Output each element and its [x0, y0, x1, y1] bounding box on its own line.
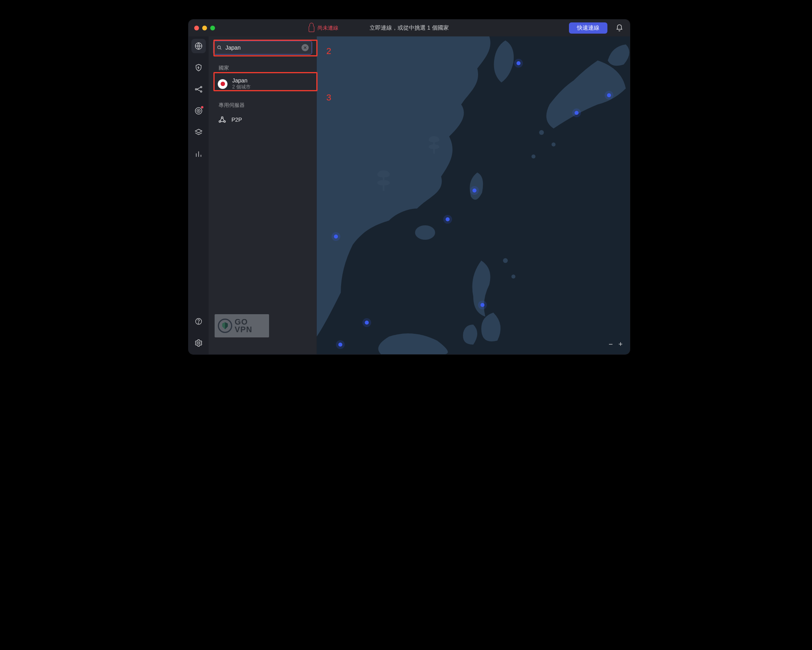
- tab-security[interactable]: [191, 60, 206, 75]
- titlebar: 尚未連線 立即連線，或從中挑選 1 個國家 快速連線: [189, 20, 630, 36]
- special-server-p2p[interactable]: P2P: [209, 112, 316, 127]
- svg-point-17: [531, 154, 535, 158]
- help-button[interactable]: [191, 314, 206, 329]
- tab-presets[interactable]: [191, 125, 206, 140]
- globe-icon: [194, 42, 203, 50]
- world-map[interactable]: − +: [317, 36, 630, 354]
- fullscreen-window-button[interactable]: [210, 26, 215, 30]
- svg-point-14: [415, 225, 435, 240]
- country-sub: 2 個城市: [232, 84, 251, 90]
- close-window-button[interactable]: [194, 26, 199, 30]
- svg-point-15: [539, 130, 544, 135]
- brand-logo: GO VPN: [215, 314, 269, 337]
- map-node-singapore-area[interactable]: [338, 343, 342, 347]
- notifications-button[interactable]: [615, 24, 623, 32]
- map-node-taiwan[interactable]: [472, 189, 476, 193]
- map-zoom-controls: − +: [609, 340, 623, 349]
- tree-icon: [373, 169, 394, 192]
- quick-connect-button[interactable]: 快速連線: [569, 22, 607, 34]
- country-item-japan[interactable]: Japan 2 個城市: [209, 75, 316, 93]
- map-node-korea[interactable]: [517, 61, 521, 65]
- svg-point-12: [219, 121, 221, 122]
- svg-point-1: [195, 88, 197, 90]
- zoom-out-button[interactable]: −: [609, 340, 613, 349]
- svg-point-9: [197, 342, 200, 344]
- tab-countries[interactable]: [191, 39, 206, 53]
- svg-point-6: [198, 110, 199, 111]
- shield-bolt-icon: [194, 63, 203, 72]
- tab-threat-protection[interactable]: [191, 104, 206, 118]
- help-icon: [195, 317, 203, 325]
- logo-text-2: VPN: [235, 326, 252, 333]
- countries-group-label: 國家: [219, 64, 310, 72]
- search-field-wrap[interactable]: [213, 40, 312, 55]
- zoom-in-button[interactable]: +: [618, 340, 623, 349]
- svg-point-11: [221, 117, 223, 118]
- flag-japan-icon: [218, 79, 227, 89]
- tree-icon: [425, 134, 443, 154]
- status-text: 尚未連線: [318, 24, 338, 32]
- map-node-hk[interactable]: [446, 217, 450, 221]
- svg-rect-21: [383, 185, 384, 191]
- country-name: Japan: [232, 77, 251, 84]
- tab-statistics[interactable]: [191, 147, 206, 161]
- svg-point-13: [224, 121, 225, 122]
- mesh-icon: [194, 85, 203, 94]
- unlocked-icon: [309, 26, 314, 32]
- svg-point-10: [218, 46, 221, 49]
- map-node-tokyo[interactable]: [607, 93, 611, 97]
- connection-status: 尚未連線: [309, 20, 338, 36]
- map-node-osaka[interactable]: [575, 111, 579, 115]
- minimize-window-button[interactable]: [202, 26, 207, 30]
- svg-point-2: [201, 86, 202, 88]
- svg-point-8: [198, 323, 199, 323]
- clear-search-button[interactable]: [301, 44, 309, 51]
- special-group-label: 專用伺服器: [219, 102, 310, 109]
- country-panel: 國家 Japan 2 個城市 專用伺服器 P2P: [209, 36, 317, 354]
- tab-meshnet[interactable]: [191, 82, 206, 96]
- sidebar-rail: [189, 36, 209, 354]
- titlebar-message: 立即連線，或從中挑選 1 個國家: [189, 24, 630, 32]
- map-land: [317, 36, 630, 354]
- map-node-malaysia[interactable]: [365, 321, 369, 325]
- stats-icon: [195, 150, 203, 158]
- search-icon: [217, 45, 222, 50]
- app-window: 尚未連線 立即連線，或從中挑選 1 個國家 快速連線: [189, 20, 630, 354]
- svg-rect-20: [433, 148, 435, 154]
- p2p-icon: [218, 115, 227, 124]
- p2p-label: P2P: [231, 116, 242, 123]
- quick-connect-label: 快速連線: [577, 24, 599, 32]
- layers-icon: [194, 128, 203, 137]
- svg-point-19: [511, 275, 515, 279]
- search-input[interactable]: [225, 44, 301, 51]
- settings-button[interactable]: [191, 336, 206, 350]
- window-controls: [194, 26, 215, 30]
- map-node-philippines[interactable]: [480, 303, 484, 307]
- settings-icon: [194, 339, 203, 347]
- svg-point-18: [503, 258, 508, 263]
- map-node-laos[interactable]: [334, 235, 338, 239]
- svg-point-3: [201, 91, 202, 92]
- badge-dot: [201, 106, 203, 108]
- logo-shield-icon: [218, 319, 232, 333]
- svg-point-16: [552, 142, 556, 146]
